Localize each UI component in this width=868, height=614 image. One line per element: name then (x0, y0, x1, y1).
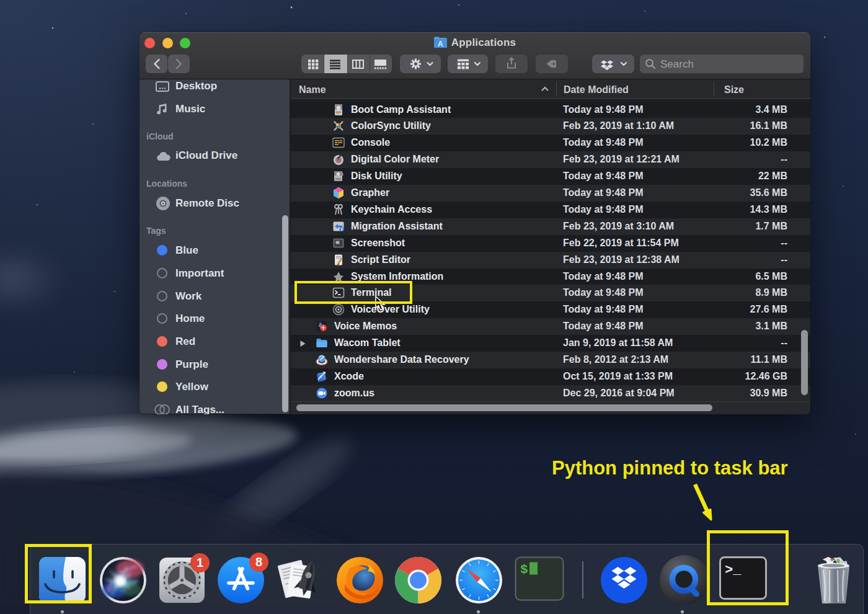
svg-text:A: A (438, 40, 443, 48)
svg-text:9: 9 (340, 227, 343, 231)
svg-text:$: $ (520, 563, 528, 577)
